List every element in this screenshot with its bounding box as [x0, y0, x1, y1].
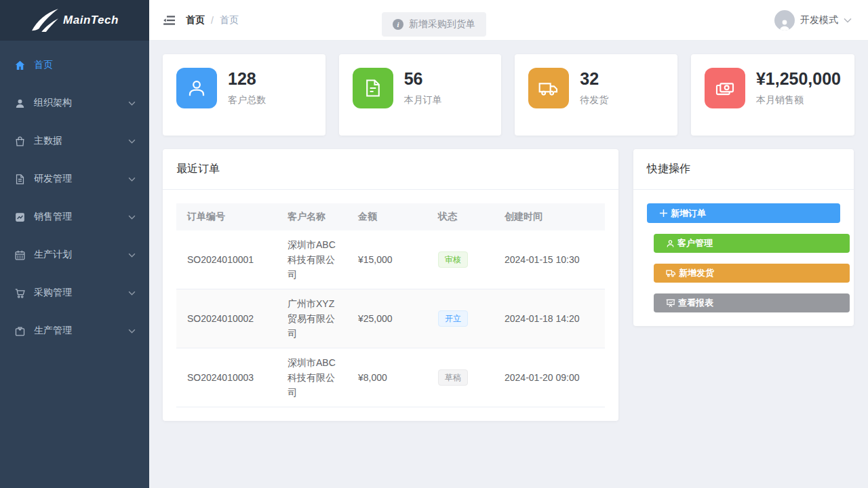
customer-name: 广州市XYZ贸易有限公司: [277, 289, 347, 348]
chevron-down-icon: [128, 215, 136, 220]
column-header: 订单编号: [176, 203, 277, 230]
stat-cards: 128 客户总数 56 本月订单 32 待发货: [163, 54, 854, 136]
chart-icon: [14, 211, 26, 223]
new-purchase-arrival-label: 新增采购到货单: [409, 18, 475, 30]
truck-icon: [528, 68, 569, 108]
created-time: 2024-01-20 09:00: [494, 348, 605, 407]
stat-label: 本月销售额: [756, 94, 841, 106]
stat-card-customers: 128 客户总数: [163, 54, 326, 136]
order-amount: ¥25,000: [347, 289, 427, 348]
sidebar-item-label: 组织架构: [34, 97, 72, 109]
user-menu[interactable]: 开发模式: [774, 10, 852, 30]
recent-orders-title: 最近订单: [163, 149, 618, 190]
sidebar-item-production-plan[interactable]: 生产计划: [0, 236, 149, 274]
sidebar-item-label: 生产计划: [34, 249, 72, 261]
sidebar-item-label: 采购管理: [34, 287, 72, 299]
sidebar-item-label: 主数据: [34, 135, 62, 147]
recent-orders-card: 最近订单 订单编号 客户名称 金额 状态 创建时间: [163, 149, 618, 421]
stat-value: 32: [580, 69, 608, 89]
document-icon: [14, 173, 26, 185]
chevron-down-icon: [844, 18, 852, 23]
sidebar-item-rnd[interactable]: 研发管理: [0, 160, 149, 198]
customer-management-label: 客户管理: [677, 237, 713, 249]
stat-label: 本月订单: [404, 94, 442, 106]
user-icon: [666, 239, 675, 248]
orders-table: 订单编号 客户名称 金额 状态 创建时间 SO2024010001 深圳市ABC…: [176, 203, 605, 407]
user-icon: [176, 68, 217, 108]
home-icon: [14, 59, 26, 71]
breadcrumb-separator: /: [211, 15, 214, 26]
sidebar-menu: 首页 组织架构 主数据 研发管理: [0, 41, 149, 350]
stat-card-pending-shipments: 32 待发货: [515, 54, 677, 136]
sidebar-item-masterdata[interactable]: 主数据: [0, 122, 149, 160]
stat-value: ¥1,250,000: [756, 69, 841, 89]
logo-swoosh-icon: [31, 7, 59, 33]
order-amount: ¥15,000: [347, 230, 427, 289]
table-row[interactable]: SO2024010001 深圳市ABC科技有限公司 ¥15,000 审核 202…: [176, 230, 605, 289]
column-header: 客户名称: [277, 203, 347, 230]
column-header: 创建时间: [494, 203, 605, 230]
new-purchase-arrival-button[interactable]: i 新增采购到货单: [382, 12, 486, 37]
chevron-down-icon: [128, 253, 136, 258]
order-id: SO2024010001: [176, 230, 277, 289]
breadcrumb-current: 首页: [220, 14, 239, 26]
sidebar-item-home[interactable]: 首页: [0, 46, 149, 84]
sidebar-item-manufacturing[interactable]: 生产管理: [0, 312, 149, 350]
sidebar: MainTech 首页 组织架构 主数据: [0, 0, 149, 488]
view-reports-button[interactable]: 查看报表: [654, 293, 850, 312]
bag-icon: [14, 135, 26, 147]
sidebar-item-label: 生产管理: [34, 325, 72, 337]
order-amount: ¥8,000: [347, 348, 427, 407]
breadcrumb-root[interactable]: 首页: [186, 14, 205, 26]
sidebar-item-org[interactable]: 组织架构: [0, 84, 149, 122]
new-shipment-label: 新增发货: [679, 267, 714, 279]
order-id: SO2024010002: [176, 289, 277, 348]
table-row[interactable]: SO2024010002 广州市XYZ贸易有限公司 ¥25,000 开立 202…: [176, 289, 605, 348]
document-icon: [353, 68, 393, 108]
top-header: 首页 / 首页 i 新增采购到货单 开发模式: [149, 0, 868, 41]
plus-icon: [659, 209, 668, 218]
sidebar-item-sales[interactable]: 销售管理: [0, 198, 149, 236]
quick-actions-title: 快捷操作: [633, 149, 854, 190]
package-icon: [14, 325, 26, 337]
chevron-down-icon: [128, 177, 136, 182]
new-order-button[interactable]: 新增订单: [647, 203, 840, 223]
stat-value: 56: [404, 69, 442, 89]
calendar-icon: [14, 249, 26, 261]
truck-icon: [666, 269, 676, 278]
chevron-down-icon: [128, 101, 136, 106]
user-icon: [14, 97, 26, 109]
stat-value: 128: [228, 69, 266, 89]
customer-name: 深圳市ABC科技有限公司: [277, 230, 347, 289]
main-content: 128 客户总数 56 本月订单 32 待发货: [149, 41, 868, 488]
created-time: 2024-01-18 14:20: [494, 289, 605, 348]
sidebar-fold-icon[interactable]: [159, 9, 180, 31]
report-icon: [666, 299, 675, 308]
column-header: 金额: [347, 203, 427, 230]
created-time: 2024-01-15 10:30: [494, 230, 605, 289]
sidebar-item-label: 研发管理: [34, 173, 72, 185]
status-badge: 审核: [438, 251, 468, 268]
sidebar-item-purchasing[interactable]: 采购管理: [0, 274, 149, 312]
stat-card-orders: 56 本月订单: [339, 54, 502, 136]
view-reports-label: 查看报表: [678, 297, 713, 309]
chevron-down-icon: [128, 139, 136, 144]
table-header-row: 订单编号 客户名称 金额 状态 创建时间: [176, 203, 605, 230]
breadcrumb: 首页 / 首页: [186, 14, 239, 26]
cart-icon: [14, 287, 26, 299]
chevron-down-icon: [128, 329, 136, 333]
stat-label: 客户总数: [228, 94, 266, 106]
order-id: SO2024010003: [176, 348, 277, 407]
stat-card-monthly-sales: ¥1,250,000 本月销售额: [691, 54, 854, 136]
customer-name: 深圳市ABC科技有限公司: [277, 348, 347, 407]
logo: MainTech: [0, 0, 149, 41]
status-badge: 开立: [438, 310, 468, 327]
table-row[interactable]: SO2024010003 深圳市ABC科技有限公司 ¥8,000 草稿 2024…: [176, 348, 605, 407]
new-order-label: 新增订单: [671, 207, 706, 220]
logo-text: MainTech: [63, 14, 119, 27]
status-badge: 草稿: [438, 369, 468, 386]
avatar: [774, 10, 795, 30]
new-shipment-button[interactable]: 新增发货: [654, 264, 850, 283]
customer-management-button[interactable]: 客户管理: [654, 234, 850, 253]
info-icon: i: [393, 19, 403, 30]
